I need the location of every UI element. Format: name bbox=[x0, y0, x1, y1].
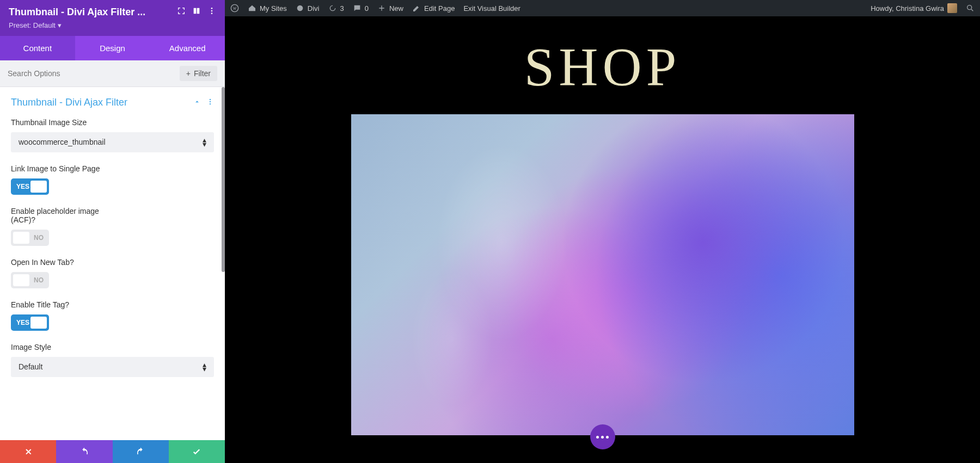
svg-point-7 bbox=[297, 5, 303, 11]
preview-area: My Sites Divi 3 0 New Edit Page Exit Vis… bbox=[225, 0, 980, 463]
preset-selector[interactable]: Preset: Default ▾ bbox=[9, 21, 216, 29]
howdy-user[interactable]: Howdy, Christina Gwira bbox=[871, 3, 957, 13]
undo-button[interactable] bbox=[56, 440, 112, 463]
field-title-tag: Enable Title Tag? YES bbox=[11, 300, 214, 331]
footer-actions bbox=[0, 440, 225, 463]
columns-icon[interactable] bbox=[192, 7, 201, 18]
toggle-yes-text: YES bbox=[16, 319, 29, 326]
filter-label: Filter bbox=[194, 69, 211, 78]
search-icon[interactable] bbox=[966, 4, 975, 13]
divi-link[interactable]: Divi bbox=[296, 4, 320, 13]
settings-tabs: Content Design Advanced bbox=[0, 36, 225, 60]
link-image-toggle[interactable]: YES bbox=[11, 178, 49, 195]
module-title: Thumbnail - Divi Ajax Filter ... bbox=[9, 7, 173, 18]
svg-point-2 bbox=[211, 13, 213, 14]
product-image[interactable] bbox=[351, 114, 854, 435]
select-caret-icon: ▴▾ bbox=[203, 362, 206, 372]
builder-fab[interactable] bbox=[590, 424, 615, 449]
more-icon[interactable] bbox=[207, 7, 216, 18]
field-thumbnail-size: Thumbnail Image Size woocommerce_thumbna… bbox=[11, 118, 214, 152]
svg-point-8 bbox=[967, 5, 972, 10]
new-link[interactable]: New bbox=[377, 4, 403, 13]
image-style-select[interactable]: Default ▴▾ bbox=[11, 357, 214, 377]
tab-advanced[interactable]: Advanced bbox=[150, 36, 225, 60]
comments-link[interactable]: 0 bbox=[353, 4, 369, 13]
field-image-style: Image Style Default ▴▾ bbox=[11, 343, 214, 377]
svg-point-4 bbox=[210, 101, 211, 102]
page-title: SHOP bbox=[524, 35, 681, 98]
toggle-knob bbox=[30, 317, 47, 329]
more-vert-icon[interactable] bbox=[206, 98, 214, 108]
svg-point-1 bbox=[211, 10, 213, 12]
redo-button[interactable] bbox=[113, 440, 169, 463]
placeholder-acf-toggle[interactable]: NO bbox=[11, 230, 49, 246]
svg-point-6 bbox=[231, 4, 238, 11]
select-caret-icon: ▴▾ bbox=[203, 138, 206, 147]
field-placeholder-acf: Enable placeholder image (ACF)? NO bbox=[11, 207, 214, 246]
plus-icon: + bbox=[186, 69, 191, 78]
preview-content: SHOP bbox=[225, 16, 980, 463]
field-new-tab: Open In New Tab? NO bbox=[11, 258, 214, 288]
link-image-label: Link Image to Single Page bbox=[11, 164, 214, 173]
exit-visual-builder-link[interactable]: Exit Visual Builder bbox=[463, 4, 520, 13]
field-link-image: Link Image to Single Page YES bbox=[11, 164, 214, 195]
toggle-no-text: NO bbox=[34, 276, 44, 284]
toggle-no-text: NO bbox=[34, 234, 44, 242]
tab-design[interactable]: Design bbox=[75, 36, 150, 60]
chevron-up-icon[interactable] bbox=[193, 98, 201, 108]
expand-icon[interactable] bbox=[177, 7, 186, 18]
filter-button[interactable]: + Filter bbox=[180, 66, 217, 81]
search-row: + Filter bbox=[0, 60, 225, 87]
preset-label: Preset: Default bbox=[9, 21, 56, 29]
sidebar-header: Thumbnail - Divi Ajax Filter ... Preset:… bbox=[0, 0, 225, 36]
panel-body: Thumbnail - Divi Ajax Filter Thumbnail I… bbox=[0, 87, 225, 440]
wp-logo-icon[interactable] bbox=[230, 4, 239, 13]
my-sites-link[interactable]: My Sites bbox=[248, 4, 287, 13]
tab-content[interactable]: Content bbox=[0, 36, 75, 60]
thumbnail-size-value: woocommerce_thumbnail bbox=[19, 138, 106, 146]
toggle-knob bbox=[30, 181, 47, 193]
thumbnail-size-label: Thumbnail Image Size bbox=[11, 118, 214, 127]
svg-point-0 bbox=[211, 8, 213, 9]
new-tab-toggle[interactable]: NO bbox=[11, 272, 49, 288]
title-tag-label: Enable Title Tag? bbox=[11, 300, 214, 309]
title-tag-toggle[interactable]: YES bbox=[11, 314, 49, 331]
placeholder-acf-label: Enable placeholder image (ACF)? bbox=[11, 207, 214, 224]
section-title: Thumbnail - Divi Ajax Filter bbox=[11, 97, 127, 108]
edit-page-link[interactable]: Edit Page bbox=[412, 4, 455, 13]
search-input[interactable] bbox=[8, 69, 180, 78]
svg-point-3 bbox=[210, 98, 211, 100]
cancel-button[interactable] bbox=[0, 440, 56, 463]
wp-admin-bar: My Sites Divi 3 0 New Edit Page Exit Vis… bbox=[225, 0, 980, 16]
thumbnail-size-select[interactable]: woocommerce_thumbnail ▴▾ bbox=[11, 132, 214, 152]
toggle-knob bbox=[13, 274, 29, 286]
updates-link[interactable]: 3 bbox=[328, 4, 344, 13]
image-style-label: Image Style bbox=[11, 343, 214, 351]
toggle-yes-text: YES bbox=[16, 183, 29, 190]
toggle-knob bbox=[13, 232, 29, 244]
avatar bbox=[947, 3, 957, 13]
new-tab-label: Open In New Tab? bbox=[11, 258, 214, 267]
settings-sidebar: Thumbnail - Divi Ajax Filter ... Preset:… bbox=[0, 0, 225, 463]
chevron-down-icon: ▾ bbox=[58, 21, 62, 29]
save-button[interactable] bbox=[169, 440, 225, 463]
section-header[interactable]: Thumbnail - Divi Ajax Filter bbox=[11, 97, 214, 108]
svg-point-5 bbox=[210, 103, 211, 104]
image-style-value: Default bbox=[19, 362, 42, 371]
